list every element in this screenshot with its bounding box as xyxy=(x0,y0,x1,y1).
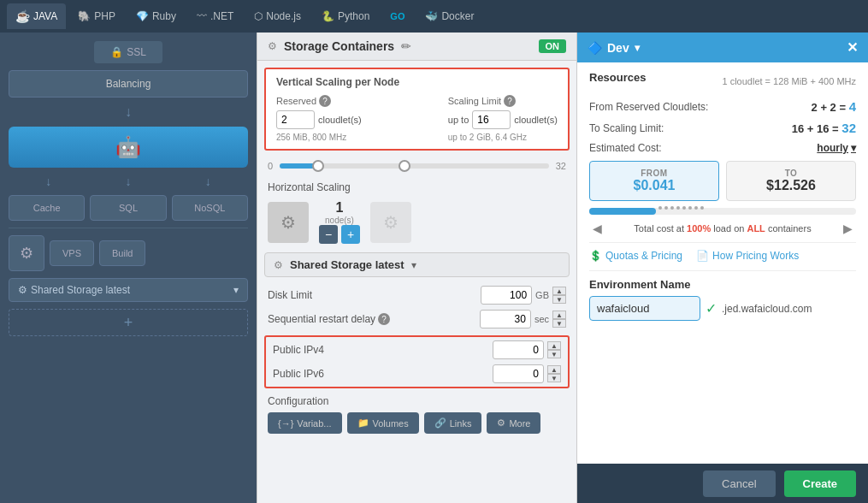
ipv4-stepper[interactable]: ▲ ▼ xyxy=(547,341,561,358)
slider-thumb-right[interactable] xyxy=(399,160,410,172)
tab-volumes[interactable]: 📁 Volumes xyxy=(347,412,419,434)
node-box-2: ⚙ xyxy=(370,202,411,243)
ssl-button[interactable]: 🔒 SSL xyxy=(94,41,162,63)
storage-row: ⚙ VPS Build xyxy=(9,235,248,271)
pricing-doc-icon: 📄 xyxy=(696,250,709,262)
seq-stepper-up[interactable]: ▲ xyxy=(552,311,566,319)
shared-storage-selector[interactable]: ⚙ Shared Storage latest ▾ xyxy=(9,278,248,302)
from-reserved-label: From Reserved Cloudlets: xyxy=(589,101,709,113)
go-icon: GO xyxy=(390,11,404,21)
toggle-on[interactable]: ON xyxy=(539,39,567,53)
nav-tab-net[interactable]: 〰 .NET xyxy=(188,3,242,29)
shared-storage-bar[interactable]: ⚙ Shared Storage latest ▾ xyxy=(264,252,570,277)
env-name-input-row: ✓ .jed.wafaicloud.com xyxy=(589,296,856,321)
cache-button[interactable]: Cache xyxy=(9,195,85,221)
disk-stepper-up[interactable]: ▲ xyxy=(552,287,566,295)
nav-tab-go[interactable]: GO xyxy=(381,3,413,29)
scaling-help-icon[interactable]: ? xyxy=(504,95,516,107)
nav-arrows: ◀ Total cost at 100% load on ALL contain… xyxy=(589,222,856,235)
env-name-input[interactable] xyxy=(589,296,700,321)
ipv4-stepper-down[interactable]: ▼ xyxy=(547,350,561,358)
nodejs-icon: ⬡ xyxy=(254,10,263,22)
slider-section: 0 32 xyxy=(257,157,576,178)
links-row: 💲 Quotas & Pricing 📄 How Pricing Works xyxy=(589,250,856,262)
volumes-icon: 📁 xyxy=(357,417,369,429)
reserved-help-icon[interactable]: ? xyxy=(319,95,331,107)
ipv4-input[interactable] xyxy=(493,340,544,359)
nav-tab-python[interactable]: 🐍 Python xyxy=(313,3,378,29)
reserved-note: 256 MiB, 800 MHz xyxy=(276,133,362,142)
disk-limit-input[interactable] xyxy=(481,286,532,305)
left-panel: 🔒 SSL Balancing ↓ 🤖 ↓↓↓ Cache SQL xyxy=(0,33,257,503)
tab-links[interactable]: 🔗 Links xyxy=(424,412,482,434)
nav-tab-php[interactable]: 🐘 PHP xyxy=(69,3,124,29)
create-button[interactable]: Create xyxy=(784,470,856,497)
java-app-node[interactable]: 🤖 xyxy=(9,127,248,168)
sql-button[interactable]: SQL xyxy=(90,195,166,221)
from-value: $0.041 xyxy=(597,178,712,193)
node-minus-button[interactable]: − xyxy=(319,225,338,244)
scaling-limit-label: Scaling Limit ? xyxy=(448,95,558,107)
vps-button[interactable]: VPS xyxy=(50,240,94,266)
seq-restart-stepper[interactable]: ▲ ▼ xyxy=(552,311,566,328)
quotas-pricing-link[interactable]: 💲 Quotas & Pricing xyxy=(589,250,682,262)
node-icon-1: ⚙ xyxy=(280,212,296,233)
config-tabs: {→} Variab... 📁 Volumes 🔗 Links ⚙ More xyxy=(257,409,576,441)
how-pricing-link[interactable]: 📄 How Pricing Works xyxy=(696,250,799,262)
next-arrow-button[interactable]: ▶ xyxy=(840,222,856,235)
scaling-limit-input[interactable] xyxy=(472,110,511,129)
build-label: Build xyxy=(112,248,133,258)
nav-tab-ruby[interactable]: 💎 Ruby xyxy=(127,3,185,29)
from-label: FROM xyxy=(597,169,712,178)
dev-icon: 🔷 xyxy=(588,41,602,55)
from-reserved-calc: 2 + 2 = xyxy=(812,101,846,114)
edit-icon[interactable]: ✏ xyxy=(401,39,411,53)
hourly-dropdown[interactable]: hourly ▾ xyxy=(817,142,856,154)
robot-icon: 🤖 xyxy=(115,135,141,159)
seq-restart-input[interactable] xyxy=(480,310,531,328)
nav-tab-nodejs[interactable]: ⬡ Node.js xyxy=(245,3,310,29)
close-button[interactable]: ✕ xyxy=(847,39,858,56)
slider-max-label: 32 xyxy=(556,161,566,171)
tab-more[interactable]: ⚙ More xyxy=(487,412,540,434)
ssl-label: SSL xyxy=(127,46,146,58)
node-buttons: Cache SQL NoSQL xyxy=(9,195,248,221)
disk-limit-stepper[interactable]: ▲ ▼ xyxy=(552,287,566,304)
slider-thumb-left[interactable] xyxy=(312,160,324,172)
ipv4-stepper-up[interactable]: ▲ xyxy=(547,341,561,350)
disk-stepper-down[interactable]: ▼ xyxy=(552,295,566,304)
node-plus-button[interactable]: + xyxy=(341,225,360,244)
prev-arrow-button[interactable]: ◀ xyxy=(589,222,605,235)
shared-storage-bar-arrow[interactable]: ▾ xyxy=(411,259,416,271)
slider-track[interactable] xyxy=(280,163,549,169)
ipv6-stepper-down[interactable]: ▼ xyxy=(547,374,561,382)
seq-restart-unit: sec xyxy=(534,314,549,324)
ipv4-value-group: ▲ ▼ xyxy=(493,340,561,359)
price-boxes: FROM $0.041 TO $12.526 xyxy=(589,161,856,201)
seq-restart-value-group: sec ▲ ▼ xyxy=(480,310,566,328)
resources-title: Resources xyxy=(589,71,646,84)
config-fields: Disk Limit GB ▲ ▼ Sequential restart del… xyxy=(257,282,576,332)
ipv6-input[interactable] xyxy=(493,364,544,383)
to-value: $12.526 xyxy=(734,178,848,193)
cancel-button[interactable]: Cancel xyxy=(703,470,775,497)
tab-variables[interactable]: {→} Variab... xyxy=(268,412,342,434)
reserved-input[interactable] xyxy=(276,110,315,129)
env-dropdown-arrow[interactable]: ▾ xyxy=(635,42,640,54)
add-node-button[interactable]: + xyxy=(9,309,248,336)
ipv6-stepper[interactable]: ▲ ▼ xyxy=(547,365,561,382)
balancing-button[interactable]: Balancing xyxy=(9,70,248,98)
ipv6-stepper-up[interactable]: ▲ xyxy=(547,365,561,374)
nav-tab-docker[interactable]: 🐳 Docker xyxy=(416,3,482,29)
tab-volumes-label: Volumes xyxy=(373,418,409,429)
seq-stepper-down[interactable]: ▼ xyxy=(552,319,566,328)
add-icon: + xyxy=(124,314,133,332)
estimated-cost-label: Estimated Cost: xyxy=(589,142,662,154)
nav-tab-java[interactable]: ☕ JAVA xyxy=(7,3,66,29)
nosql-button[interactable]: NoSQL xyxy=(172,195,248,221)
h-scale-label: Horizontal Scaling xyxy=(268,181,566,193)
seq-restart-help-icon[interactable]: ? xyxy=(378,313,390,325)
to-price-box: TO $12.526 xyxy=(726,161,856,201)
sql-label: SQL xyxy=(119,203,138,213)
build-button[interactable]: Build xyxy=(99,240,145,266)
